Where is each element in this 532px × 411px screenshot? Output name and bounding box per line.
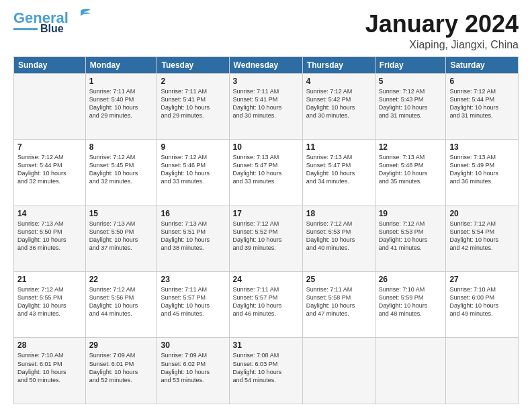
day-content: Sunrise: 7:11 AM Sunset: 5:58 PM Dayligh… xyxy=(306,285,371,318)
day-content: Sunrise: 7:13 AM Sunset: 5:50 PM Dayligh… xyxy=(89,220,154,253)
col-sunday: Sunday xyxy=(14,56,86,73)
day-content: Sunrise: 7:08 AM Sunset: 6:03 PM Dayligh… xyxy=(233,351,299,384)
day-number: 21 xyxy=(17,275,82,284)
day-content: Sunrise: 7:13 AM Sunset: 5:50 PM Dayligh… xyxy=(17,220,82,253)
day-number: 4 xyxy=(306,77,371,86)
day-number: 31 xyxy=(233,340,299,350)
calendar-row-1: 7Sunrise: 7:12 AM Sunset: 5:44 PM Daylig… xyxy=(14,140,519,205)
table-row: 5Sunrise: 7:12 AM Sunset: 5:43 PM Daylig… xyxy=(375,73,446,139)
table-row: 8Sunrise: 7:12 AM Sunset: 5:45 PM Daylig… xyxy=(85,140,157,205)
table-row: 22Sunrise: 7:12 AM Sunset: 5:56 PM Dayli… xyxy=(85,272,157,338)
day-content: Sunrise: 7:13 AM Sunset: 5:49 PM Dayligh… xyxy=(449,153,515,186)
table-row: 26Sunrise: 7:10 AM Sunset: 5:59 PM Dayli… xyxy=(375,272,446,338)
day-content: Sunrise: 7:12 AM Sunset: 5:42 PM Dayligh… xyxy=(306,87,371,120)
day-number: 12 xyxy=(379,142,443,152)
table-row: 9Sunrise: 7:12 AM Sunset: 5:46 PM Daylig… xyxy=(157,140,229,205)
day-content: Sunrise: 7:12 AM Sunset: 5:43 PM Dayligh… xyxy=(379,87,443,120)
calendar-row-0: 1Sunrise: 7:11 AM Sunset: 5:40 PM Daylig… xyxy=(14,73,519,139)
day-number: 27 xyxy=(449,275,515,284)
day-content: Sunrise: 7:12 AM Sunset: 5:44 PM Dayligh… xyxy=(449,87,515,120)
table-row: 17Sunrise: 7:12 AM Sunset: 5:52 PM Dayli… xyxy=(229,205,302,271)
day-content: Sunrise: 7:11 AM Sunset: 5:40 PM Dayligh… xyxy=(89,87,154,120)
table-row: 6Sunrise: 7:12 AM Sunset: 5:44 PM Daylig… xyxy=(446,73,519,139)
day-number: 16 xyxy=(161,209,225,218)
calendar-row-4: 28Sunrise: 7:10 AM Sunset: 6:01 PM Dayli… xyxy=(14,338,519,404)
col-tuesday: Tuesday xyxy=(157,56,229,73)
day-number: 20 xyxy=(449,209,515,218)
day-number: 24 xyxy=(233,275,299,284)
table-row: 29Sunrise: 7:09 AM Sunset: 6:01 PM Dayli… xyxy=(85,338,157,404)
table-row: 3Sunrise: 7:11 AM Sunset: 5:41 PM Daylig… xyxy=(229,73,302,139)
table-row: 18Sunrise: 7:12 AM Sunset: 5:53 PM Dayli… xyxy=(302,205,375,271)
logo: General Blue xyxy=(13,11,91,35)
day-content: Sunrise: 7:10 AM Sunset: 5:59 PM Dayligh… xyxy=(379,285,443,318)
table-row: 27Sunrise: 7:10 AM Sunset: 6:00 PM Dayli… xyxy=(446,272,519,338)
day-number: 22 xyxy=(89,275,154,284)
day-number: 28 xyxy=(17,340,82,350)
table-row: 31Sunrise: 7:08 AM Sunset: 6:03 PM Dayli… xyxy=(229,338,302,404)
day-number: 14 xyxy=(17,209,82,218)
table-row: 13Sunrise: 7:13 AM Sunset: 5:49 PM Dayli… xyxy=(446,140,519,205)
day-content: Sunrise: 7:12 AM Sunset: 5:56 PM Dayligh… xyxy=(89,285,154,318)
table-row: 28Sunrise: 7:10 AM Sunset: 6:01 PM Dayli… xyxy=(14,338,86,404)
day-content: Sunrise: 7:12 AM Sunset: 5:55 PM Dayligh… xyxy=(17,285,82,318)
table-row: 14Sunrise: 7:13 AM Sunset: 5:50 PM Dayli… xyxy=(14,205,86,271)
day-content: Sunrise: 7:13 AM Sunset: 5:47 PM Dayligh… xyxy=(306,153,371,186)
day-number: 26 xyxy=(379,275,443,284)
day-number: 6 xyxy=(449,77,515,86)
day-number: 11 xyxy=(306,142,371,152)
calendar-table: Sunday Monday Tuesday Wednesday Thursday… xyxy=(13,56,519,404)
day-number: 2 xyxy=(161,77,225,86)
day-content: Sunrise: 7:10 AM Sunset: 6:01 PM Dayligh… xyxy=(17,351,82,384)
table-row: 11Sunrise: 7:13 AM Sunset: 5:47 PM Dayli… xyxy=(302,140,375,205)
table-row: 12Sunrise: 7:13 AM Sunset: 5:48 PM Dayli… xyxy=(375,140,446,205)
day-content: Sunrise: 7:13 AM Sunset: 5:48 PM Dayligh… xyxy=(379,153,443,186)
table-row: 10Sunrise: 7:13 AM Sunset: 5:47 PM Dayli… xyxy=(229,140,302,205)
day-content: Sunrise: 7:13 AM Sunset: 5:51 PM Dayligh… xyxy=(161,220,225,253)
day-number: 13 xyxy=(449,142,515,152)
day-number: 9 xyxy=(161,142,225,152)
header: General Blue January 2024 Xiaping, Jiang… xyxy=(13,11,519,51)
header-row: Sunday Monday Tuesday Wednesday Thursday… xyxy=(14,56,519,73)
table-row: 7Sunrise: 7:12 AM Sunset: 5:44 PM Daylig… xyxy=(14,140,86,205)
page: General Blue January 2024 Xiaping, Jiang… xyxy=(0,0,532,411)
table-row xyxy=(375,338,446,404)
table-row: 15Sunrise: 7:13 AM Sunset: 5:50 PM Dayli… xyxy=(85,205,157,271)
table-row: 1Sunrise: 7:11 AM Sunset: 5:40 PM Daylig… xyxy=(85,73,157,139)
table-row: 4Sunrise: 7:12 AM Sunset: 5:42 PM Daylig… xyxy=(302,73,375,139)
day-content: Sunrise: 7:13 AM Sunset: 5:47 PM Dayligh… xyxy=(233,153,299,186)
table-row: 20Sunrise: 7:12 AM Sunset: 5:54 PM Dayli… xyxy=(446,205,519,271)
table-row xyxy=(14,73,86,139)
col-friday: Friday xyxy=(375,56,446,73)
day-number: 3 xyxy=(233,77,299,86)
day-content: Sunrise: 7:10 AM Sunset: 6:00 PM Dayligh… xyxy=(449,285,515,318)
day-number: 18 xyxy=(306,209,371,218)
day-number: 17 xyxy=(233,209,299,218)
day-number: 7 xyxy=(17,142,82,152)
day-number: 10 xyxy=(233,142,299,152)
day-content: Sunrise: 7:12 AM Sunset: 5:53 PM Dayligh… xyxy=(379,220,443,253)
col-thursday: Thursday xyxy=(302,56,375,73)
day-content: Sunrise: 7:12 AM Sunset: 5:46 PM Dayligh… xyxy=(161,153,225,186)
logo-bird-icon xyxy=(70,8,91,23)
day-content: Sunrise: 7:12 AM Sunset: 5:45 PM Dayligh… xyxy=(89,153,154,186)
day-content: Sunrise: 7:12 AM Sunset: 5:53 PM Dayligh… xyxy=(306,220,371,253)
col-monday: Monday xyxy=(85,56,157,73)
day-number: 23 xyxy=(161,275,225,284)
title-section: January 2024 Xiaping, Jiangxi, China xyxy=(365,11,519,51)
table-row: 19Sunrise: 7:12 AM Sunset: 5:53 PM Dayli… xyxy=(375,205,446,271)
col-saturday: Saturday xyxy=(446,56,519,73)
table-row: 24Sunrise: 7:11 AM Sunset: 5:57 PM Dayli… xyxy=(229,272,302,338)
month-title: January 2024 xyxy=(365,11,519,38)
day-number: 15 xyxy=(89,209,154,218)
day-content: Sunrise: 7:11 AM Sunset: 5:41 PM Dayligh… xyxy=(233,87,299,120)
day-content: Sunrise: 7:11 AM Sunset: 5:41 PM Dayligh… xyxy=(161,87,225,120)
location-subtitle: Xiaping, Jiangxi, China xyxy=(365,39,519,51)
day-number: 19 xyxy=(379,209,443,218)
logo-blue: Blue xyxy=(40,23,64,35)
table-row xyxy=(302,338,375,404)
table-row xyxy=(446,338,519,404)
calendar-body: 1Sunrise: 7:11 AM Sunset: 5:40 PM Daylig… xyxy=(14,73,519,404)
col-wednesday: Wednesday xyxy=(229,56,302,73)
day-number: 8 xyxy=(89,142,154,152)
